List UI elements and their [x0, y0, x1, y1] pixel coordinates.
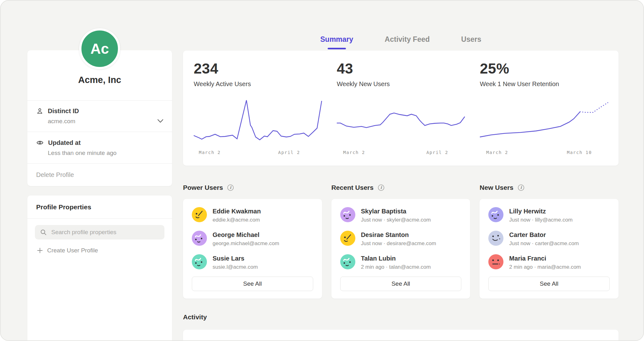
user-meta: Talan Lubin2 min ago · talan@acme.com — [361, 254, 431, 270]
user-detail: 2 min ago · talan@acme.com — [361, 264, 431, 270]
user-name: Carter Bator — [509, 231, 579, 239]
info-icon[interactable]: i — [517, 184, 525, 191]
stat-value: 43 — [337, 60, 465, 77]
see-all-button[interactable]: See All — [488, 277, 610, 291]
user-meta: Carter BatorJust now · carter@acme.com — [509, 231, 579, 247]
sparkline-chart: March 2April 2 — [194, 96, 322, 159]
create-user-profile-button[interactable]: Create User Profile — [35, 239, 164, 263]
activity-title: Activity — [183, 313, 619, 321]
create-user-profile-label: Create User Profile — [47, 247, 98, 254]
user-row[interactable]: George Michaelgeorge.michael@acme.com — [192, 231, 313, 247]
user-detail: Just now · carter@acme.com — [509, 240, 579, 247]
user-meta: Maria Franci2 min ago · maria@acme.com — [509, 254, 581, 270]
user-meta: George Michaelgeorge.michael@acme.com — [213, 231, 279, 247]
x-axis-label: March 2 — [343, 150, 365, 155]
user-row[interactable]: Susie Larssusie.l@acme.com — [192, 254, 313, 270]
user-row[interactable]: Talan Lubin2 min ago · talan@acme.com — [340, 254, 462, 270]
activity-card: 2349403.4k — [183, 330, 619, 341]
profile-properties-search[interactable] — [35, 225, 164, 239]
user-name: Desirae Stanton — [361, 231, 436, 239]
sidebar: Ac Acme, Inc Distinct ID acme.com — [27, 1, 172, 341]
summary-stat-weekly-new-users: 43Weekly New UsersMarch 2April 2 — [329, 60, 472, 159]
search-input[interactable] — [51, 228, 159, 236]
delete-profile-button[interactable]: Delete Profile — [27, 163, 172, 186]
distinct-id-row[interactable]: Distinct ID acme.com — [27, 100, 172, 132]
tab-activity-feed[interactable]: Activity Feed — [385, 35, 430, 44]
profile-properties-card: Profile Properties Create User Profile — [27, 195, 172, 341]
person-icon — [36, 107, 43, 115]
sparkline-chart: March 2April 2 — [337, 96, 465, 159]
user-name: Maria Franci — [509, 254, 581, 262]
user-avatar — [192, 231, 207, 246]
section-new-users: New UsersiLilly HerwitzJust now · lilly@… — [480, 184, 619, 299]
summary-stat-weekly-active-users: 234Weekly Active UsersMarch 2April 2 — [186, 60, 329, 159]
section-recent-users: Recent UsersiSkylar BaptistaJust now · s… — [331, 184, 470, 299]
user-avatar — [488, 231, 503, 246]
eye-icon — [36, 139, 44, 146]
see-all-button[interactable]: See All — [192, 277, 313, 291]
user-row[interactable]: Skylar BaptistaJust now · skyler@acme.co… — [340, 207, 462, 223]
user-avatar — [488, 254, 503, 269]
svg-text:i: i — [380, 185, 382, 190]
updated-at-value: Less than one minute ago — [48, 150, 163, 157]
tab-summary[interactable]: Summary — [320, 35, 353, 44]
user-detail: susie.l@acme.com — [213, 264, 258, 270]
info-icon[interactable]: i — [377, 184, 385, 191]
plus-icon — [37, 247, 43, 254]
user-meta: Eddie Kwakmaneddie.k@acme.com — [213, 207, 261, 223]
distinct-id-label: Distinct ID — [48, 107, 79, 115]
section-title: Power Users — [183, 184, 223, 191]
section-power-users: Power UsersiEddie Kwakmaneddie.k@acme.co… — [183, 184, 322, 299]
chevron-down-icon[interactable] — [157, 119, 164, 123]
summary-stat-week-1-new-user-retention: 25%Week 1 New User RetentionMarch 2March… — [472, 60, 615, 159]
user-row[interactable]: Lilly HerwitzJust now · lilly@acme.com — [488, 207, 610, 223]
user-meta: Desirae StantonJust now · desirare@acme.… — [361, 231, 436, 247]
user-row[interactable]: Carter BatorJust now · carter@acme.com — [488, 231, 610, 247]
search-icon — [40, 229, 47, 236]
main-content: SummaryActivity FeedUsers 234Weekly Acti… — [183, 1, 619, 341]
section-header: New Usersi — [480, 184, 619, 191]
user-list-card: Lilly HerwitzJust now · lilly@acme.comCa… — [480, 199, 619, 299]
company-avatar: Ac — [79, 28, 120, 69]
user-row[interactable]: Eddie Kwakmaneddie.k@acme.com — [192, 207, 313, 223]
user-avatar — [488, 207, 503, 222]
activity-stat-value: 234 — [186, 338, 329, 341]
stat-value: 25% — [480, 60, 608, 77]
user-detail: Just now · skyler@acme.com — [361, 217, 431, 223]
section-header: Recent Usersi — [331, 184, 470, 191]
user-avatar — [340, 207, 355, 222]
user-name: Susie Lars — [213, 254, 258, 262]
user-name: Talan Lubin — [361, 254, 431, 262]
section-title: New Users — [480, 184, 513, 191]
user-meta: Skylar BaptistaJust now · skyler@acme.co… — [361, 207, 431, 223]
x-axis-label: March 2 — [199, 150, 221, 155]
user-avatar — [340, 231, 355, 246]
stat-value: 234 — [194, 60, 322, 77]
user-row[interactable]: Desirae StantonJust now · desirare@acme.… — [340, 231, 462, 247]
tab-bar: SummaryActivity FeedUsers — [183, 1, 619, 44]
activity-stat-value: 940 — [329, 338, 472, 341]
svg-text:i: i — [230, 185, 232, 190]
user-row[interactable]: Maria Franci2 min ago · maria@acme.com — [488, 254, 610, 270]
section-title: Recent Users — [331, 184, 374, 191]
user-detail: Just now · lilly@acme.com — [509, 217, 572, 223]
x-axis-label: March 2 — [486, 150, 508, 155]
info-icon[interactable]: i — [227, 184, 234, 191]
svg-text:i: i — [520, 185, 522, 190]
x-axis-label: April 2 — [426, 150, 448, 155]
user-meta: Susie Larssusie.l@acme.com — [213, 254, 258, 270]
user-list-card: Skylar BaptistaJust now · skyler@acme.co… — [331, 199, 470, 299]
app-window: Ac Acme, Inc Distinct ID acme.com — [0, 0, 644, 341]
user-name: Eddie Kwakman — [213, 207, 261, 215]
user-sections: Power UsersiEddie Kwakmaneddie.k@acme.co… — [183, 184, 619, 299]
x-axis-label: March 10 — [567, 150, 592, 155]
user-detail: eddie.k@acme.com — [213, 217, 261, 223]
tab-users[interactable]: Users — [461, 35, 481, 44]
user-avatar — [340, 254, 355, 269]
stat-label: Weekly Active Users — [194, 80, 322, 88]
user-detail: george.michael@acme.com — [213, 240, 279, 247]
updated-at-label: Updated at — [48, 139, 80, 146]
stat-label: Weekly New Users — [337, 80, 465, 88]
see-all-button[interactable]: See All — [340, 277, 462, 291]
profile-properties-title: Profile Properties — [27, 195, 172, 219]
